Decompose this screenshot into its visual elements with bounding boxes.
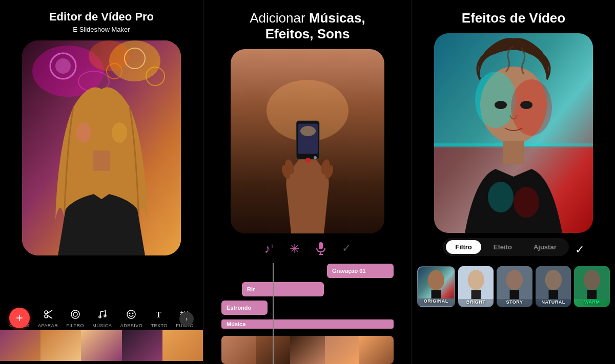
- svg-rect-73: [510, 290, 520, 299]
- music-icon: [95, 307, 109, 322]
- timeline-container: Gravação 01 Rir Estrondo Música: [211, 263, 404, 364]
- track-bar-rir: Rir: [242, 282, 324, 296]
- svg-point-21: [45, 315, 48, 318]
- bottom-toolbar: CANVAS APARAR FILTRO: [0, 302, 203, 364]
- panel-effects: Efeitos de Vídeo: [412, 0, 615, 364]
- track-bar-musica: Música: [221, 319, 394, 329]
- toolbar-item-music[interactable]: MÚSICA: [92, 307, 112, 328]
- add-button[interactable]: +: [9, 308, 30, 328]
- toolbar-item-sticker[interactable]: ADESIVO: [120, 307, 143, 328]
- tab-filtro[interactable]: Filtro: [446, 240, 481, 254]
- svg-rect-79: [587, 290, 597, 299]
- svg-point-66: [428, 270, 444, 290]
- filmstrip-cell-5: [162, 330, 203, 361]
- panel-1-subtitle: E Slideshow Maker: [73, 26, 130, 33]
- toolbar-icons-row: CANVAS APARAR FILTRO: [0, 307, 203, 328]
- filter-thumb-story[interactable]: STORY: [497, 266, 532, 307]
- filter-story-label: STORY: [506, 299, 523, 305]
- svg-rect-70: [471, 290, 481, 299]
- filmstrip-2-cell-4: [325, 336, 359, 364]
- svg-point-20: [45, 311, 48, 314]
- svg-point-27: [104, 315, 106, 317]
- svg-point-25: [73, 312, 77, 316]
- toolbar-item-trim[interactable]: APARAR: [38, 307, 58, 328]
- filter-thumb-bright[interactable]: BRIGHT: [458, 266, 494, 307]
- phone-mockup-1: [22, 40, 181, 255]
- track-gravacao: Gravação 01: [221, 263, 394, 279]
- svg-rect-76: [548, 290, 558, 299]
- toolbar-item-filter[interactable]: FILTRO: [67, 307, 84, 328]
- svg-rect-15: [93, 151, 110, 171]
- filter-thumbnails: ORIGINAL BRIGHT STORY: [417, 266, 610, 307]
- filmstrip-2-cell-1: [221, 336, 256, 364]
- svg-point-26: [99, 316, 101, 318]
- svg-point-28: [127, 310, 135, 318]
- filter-thumb-original[interactable]: ORIGINAL: [417, 266, 455, 307]
- microphone-icon[interactable]: [315, 242, 326, 258]
- svg-text:T: T: [156, 310, 161, 319]
- svg-point-29: [129, 313, 131, 314]
- panel-audio: Adicionar Músicas,Efeitos, Sons: [203, 0, 412, 364]
- filter-label: FILTRO: [67, 323, 84, 328]
- filmstrip-cell-4: [122, 330, 162, 361]
- filter-original-label: ORIGINAL: [424, 298, 448, 304]
- filmstrip-cell-1: [0, 330, 40, 361]
- audio-icons-row: ♪+ ✳ ✓: [211, 242, 404, 258]
- svg-point-30: [132, 313, 134, 314]
- scissors-icon: [41, 307, 55, 322]
- svg-point-64: [514, 187, 539, 218]
- svg-point-78: [584, 270, 600, 290]
- filter-icon: [68, 307, 83, 322]
- svg-line-22: [47, 310, 52, 313]
- filter-warm-label: WARM: [584, 299, 600, 305]
- text-label: TEXTO: [151, 323, 168, 328]
- filter-thumb-natural[interactable]: NATURAL: [536, 266, 571, 307]
- svg-point-44: [305, 158, 311, 163]
- filmstrip-2-cell-3: [290, 336, 324, 364]
- track-bar-gravacao: Gravação 01: [327, 264, 394, 278]
- confirm-check-3[interactable]: ✓: [575, 243, 584, 256]
- svg-rect-50: [319, 242, 323, 249]
- confirm-check-icon[interactable]: ✓: [342, 242, 351, 258]
- toolbar-item-text[interactable]: T TEXTO: [151, 307, 168, 328]
- filter-bright-label: BRIGHT: [466, 299, 486, 305]
- svg-point-24: [71, 310, 79, 318]
- filmstrip-1: [0, 330, 203, 361]
- effects-icon[interactable]: ✳: [290, 242, 300, 258]
- sticker-label: ADESIVO: [120, 323, 143, 328]
- track-estrondo: Estrondo: [221, 300, 394, 315]
- filter-thumb-warm[interactable]: WARM: [574, 266, 610, 307]
- svg-point-72: [506, 270, 523, 290]
- tab-efeito[interactable]: Efeito: [484, 240, 521, 254]
- svg-point-16: [76, 122, 91, 143]
- svg-point-61: [520, 101, 532, 109]
- svg-point-63: [488, 182, 514, 212]
- music-label: MÚSICA: [92, 323, 112, 328]
- phone-mockup-2: [231, 49, 384, 233]
- filter-tabs: Filtro Efeito Ajustar: [443, 238, 568, 256]
- panel-video-editor: Editor de Vídeo Pro E Slideshow Maker: [0, 0, 203, 364]
- filmstrip-2: [221, 336, 394, 364]
- filmstrip-cell-3: [81, 330, 121, 361]
- svg-line-23: [47, 315, 52, 318]
- filter-natural-label: NATURAL: [541, 299, 565, 305]
- next-arrow[interactable]: ›: [179, 312, 194, 326]
- svg-point-17: [112, 122, 127, 143]
- filmstrip-2-cell-5: [359, 336, 394, 364]
- svg-point-43: [300, 126, 316, 136]
- svg-point-58: [475, 72, 516, 128]
- phone-mockup-3: [434, 33, 593, 233]
- svg-point-59: [511, 79, 552, 136]
- svg-point-69: [467, 270, 484, 290]
- svg-rect-62: [503, 141, 524, 164]
- track-rir: Rir: [221, 282, 394, 297]
- trim-label: APARAR: [38, 323, 58, 328]
- svg-point-75: [545, 270, 561, 290]
- filmstrip-cell-2: [40, 330, 81, 361]
- track-musica: Música: [221, 318, 394, 330]
- sticker-icon: [124, 307, 138, 322]
- svg-point-60: [495, 101, 507, 109]
- text-icon: T: [152, 307, 167, 322]
- tab-ajustar[interactable]: Ajustar: [524, 240, 566, 254]
- music-add-icon[interactable]: ♪+: [264, 242, 274, 258]
